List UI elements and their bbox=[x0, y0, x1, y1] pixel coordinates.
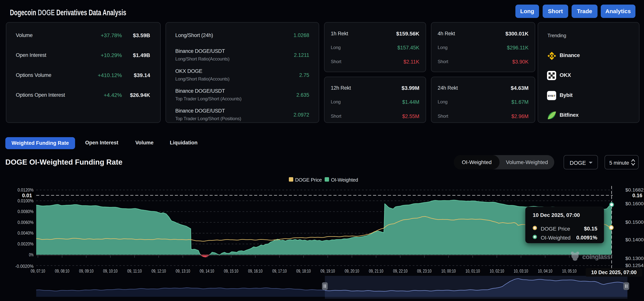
svg-text:10, 00:10: 10, 00:10 bbox=[441, 268, 456, 273]
svg-text:09, 18:10: 09, 18:10 bbox=[296, 268, 311, 273]
svg-text:09, 08:10: 09, 08:10 bbox=[55, 268, 69, 273]
svg-text:09, 19:10: 09, 19:10 bbox=[320, 268, 335, 273]
svg-text:09, 22:10: 09, 22:10 bbox=[393, 268, 408, 273]
svg-text:09, 23:10: 09, 23:10 bbox=[417, 268, 432, 273]
svg-text:09, 09:10: 09, 09:10 bbox=[79, 268, 94, 273]
svg-text:$0.1400: $0.1400 bbox=[625, 237, 644, 242]
svg-text:10, 01:10: 10, 01:10 bbox=[466, 268, 480, 273]
svg-text:0%: 0% bbox=[29, 252, 34, 257]
svg-text:09, 17:10: 09, 17:10 bbox=[272, 268, 287, 273]
svg-text:0.0080%: 0.0080% bbox=[18, 209, 34, 214]
svg-text:0.0020%: 0.0020% bbox=[18, 241, 34, 246]
svg-text:10, 05:10: 10, 05:10 bbox=[562, 268, 576, 273]
svg-text:09, 07:10: 09, 07:10 bbox=[31, 268, 45, 273]
svg-text:09, 14:10: 09, 14:10 bbox=[200, 268, 214, 273]
svg-text:09, 10:10: 09, 10:10 bbox=[103, 268, 118, 273]
svg-text:-0.0020%: -0.0020% bbox=[15, 264, 34, 269]
svg-text:09, 21:10: 09, 21:10 bbox=[369, 268, 383, 273]
svg-text:0.0040%: 0.0040% bbox=[18, 230, 34, 236]
svg-text:coinglass: coinglass bbox=[582, 253, 610, 260]
svg-text:09, 20:10: 09, 20:10 bbox=[345, 268, 359, 273]
svg-text:10, 02:10: 10, 02:10 bbox=[490, 268, 504, 273]
svg-text:$0.1600: $0.1600 bbox=[625, 201, 644, 206]
svg-text:10, 04:10: 10, 04:10 bbox=[538, 268, 552, 273]
svg-text:10, 03:10: 10, 03:10 bbox=[514, 268, 528, 273]
svg-text:$0.1500: $0.1500 bbox=[625, 219, 644, 225]
svg-text:$0.1254: $0.1254 bbox=[625, 263, 644, 268]
svg-text:09, 12:10: 09, 12:10 bbox=[152, 268, 166, 273]
svg-text:$0.1300: $0.1300 bbox=[625, 256, 644, 261]
svg-text:09, 11:10: 09, 11:10 bbox=[127, 268, 142, 273]
svg-text:09, 15:10: 09, 15:10 bbox=[224, 268, 238, 273]
svg-text:0.0060%: 0.0060% bbox=[18, 220, 34, 225]
svg-text:09, 16:10: 09, 16:10 bbox=[248, 268, 262, 273]
svg-text:09, 13:10: 09, 13:10 bbox=[176, 268, 190, 273]
